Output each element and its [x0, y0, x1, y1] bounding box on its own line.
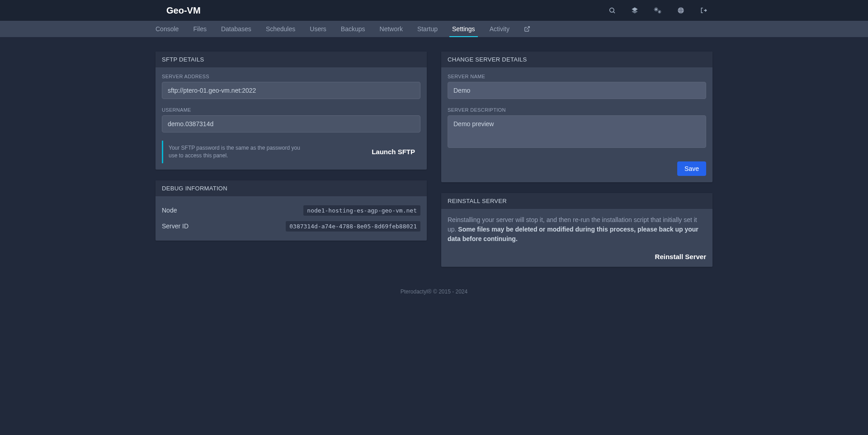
server-name-input[interactable] [448, 82, 706, 99]
brand-title[interactable]: Geo-VM [166, 5, 201, 16]
nav-console[interactable]: Console [156, 22, 179, 36]
nav-network[interactable]: Network [380, 22, 403, 36]
server-address-label: SERVER ADDRESS [162, 74, 420, 79]
server-description-input[interactable] [448, 115, 706, 148]
nav-activity[interactable]: Activity [490, 22, 509, 36]
debug-serverid-value[interactable]: 0387314d-a74e-4788-8e05-8d69feb88021 [286, 221, 420, 232]
username-label: USERNAME [162, 107, 420, 113]
logout-icon[interactable] [700, 7, 707, 14]
nav-settings[interactable]: Settings [452, 22, 475, 36]
svg-point-5 [659, 11, 660, 13]
server-name-label: SERVER NAME [448, 74, 706, 79]
debug-info-card: DEBUG INFORMATION Node node1-hosting-es-… [156, 180, 427, 241]
debug-row-serverid: Server ID 0387314d-a74e-4788-8e05-8d69fe… [162, 218, 420, 234]
nav-users[interactable]: Users [310, 22, 326, 36]
reinstall-description: Reinstalling your server will stop it, a… [448, 215, 706, 244]
change-card-title: CHANGE SERVER DETAILS [441, 52, 712, 67]
nav-databases[interactable]: Databases [221, 22, 251, 36]
nav-schedules[interactable]: Schedules [266, 22, 295, 36]
svg-point-0 [610, 8, 614, 12]
debug-node-label: Node [162, 207, 177, 214]
search-icon[interactable] [609, 7, 616, 14]
debug-card-title: DEBUG INFORMATION [156, 180, 427, 196]
svg-line-1 [613, 12, 615, 13]
debug-row-node: Node node1-hosting-es-agp-geo-vm.net [162, 203, 420, 218]
external-link-icon[interactable] [524, 22, 530, 36]
globe-icon[interactable] [677, 7, 684, 14]
reinstall-server-button[interactable]: Reinstall Server [655, 253, 706, 260]
sftp-card-title: SFTP DETAILS [156, 52, 427, 67]
sftp-details-card: SFTP DETAILS SERVER ADDRESS USERNAME You… [156, 52, 427, 170]
debug-serverid-label: Server ID [162, 222, 189, 230]
footer-text: Pterodactyl® © 2015 - 2024 [0, 281, 868, 302]
save-button[interactable]: Save [677, 161, 706, 176]
reinstall-card-title: REINSTALL SERVER [441, 193, 712, 209]
nav-startup[interactable]: Startup [417, 22, 438, 36]
svg-marker-3 [632, 10, 637, 14]
launch-sftp-button[interactable]: Launch SFTP [372, 148, 415, 156]
change-server-card: CHANGE SERVER DETAILS SERVER NAME SERVER… [441, 52, 712, 182]
username-input[interactable] [162, 115, 420, 132]
nav-files[interactable]: Files [193, 22, 207, 36]
subnav: Console Files Databases Schedules Users … [146, 21, 722, 37]
sftp-note: Your SFTP password is the same as the pa… [169, 144, 304, 160]
server-address-input[interactable] [162, 82, 420, 99]
gears-icon[interactable] [654, 7, 662, 14]
reinstall-card: REINSTALL SERVER Reinstalling your serve… [441, 193, 712, 267]
debug-node-value[interactable]: node1-hosting-es-agp-geo-vm.net [303, 205, 420, 216]
nav-backups[interactable]: Backups [341, 22, 365, 36]
layers-icon[interactable] [631, 7, 638, 14]
reinstall-text-warning: Some files may be deleted or modified du… [448, 226, 698, 242]
server-description-label: SERVER DESCRIPTION [448, 107, 706, 113]
svg-point-4 [655, 9, 657, 11]
